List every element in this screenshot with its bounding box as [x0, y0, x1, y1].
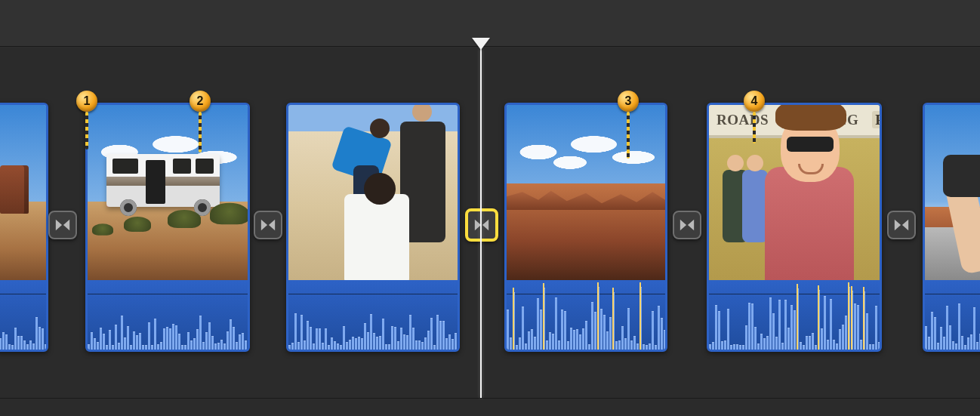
chapter-marker-stem: [753, 112, 756, 143]
video-clip[interactable]: [85, 103, 250, 352]
clip-audio-waveform[interactable]: [507, 280, 665, 350]
chapter-marker-stem: [199, 112, 202, 153]
transition-icon: [54, 217, 71, 233]
clip-thumbnail: [925, 105, 980, 280]
chapter-marker[interactable]: 4: [744, 91, 765, 112]
chapter-marker[interactable]: 1: [76, 91, 97, 112]
transition-icon: [473, 217, 490, 233]
transition-button[interactable]: [254, 211, 282, 239]
chapter-marker-label: 4: [744, 91, 765, 112]
clip-thumbnail: [288, 105, 458, 280]
video-clip[interactable]: [923, 103, 980, 352]
chapter-marker-stem: [627, 112, 630, 159]
video-clip[interactable]: [0, 103, 48, 352]
video-clip[interactable]: [504, 103, 667, 352]
transition-button[interactable]: [887, 211, 916, 239]
clip-thumbnail: [88, 105, 248, 280]
chapter-marker-label: 1: [76, 91, 97, 112]
transition-button[interactable]: [673, 211, 701, 239]
clip-audio-waveform[interactable]: [88, 280, 248, 350]
timeline-stage: ROADSTRADINGPOST 1 2 3 4: [0, 0, 980, 416]
clip-audio-waveform[interactable]: [0, 280, 46, 350]
chapter-marker-label: 3: [618, 91, 639, 112]
bottom-strip: [0, 398, 980, 416]
transition-button-selected[interactable]: [465, 208, 498, 242]
chapter-marker-stem: [85, 112, 88, 149]
video-clip[interactable]: [286, 103, 460, 352]
chapter-marker-label: 2: [190, 91, 211, 112]
clip-thumbnail: [507, 105, 665, 280]
transition-icon: [260, 217, 276, 233]
video-track[interactable]: ROADSTRADINGPOST 1 2 3 4: [0, 48, 980, 398]
clip-audio-waveform[interactable]: [925, 280, 980, 350]
transition-icon: [893, 217, 910, 233]
video-clip[interactable]: ROADSTRADINGPOST: [707, 103, 882, 352]
transition-button[interactable]: [48, 211, 77, 239]
toolbar-strip: [0, 0, 980, 47]
clip-thumbnail: [0, 105, 46, 280]
chapter-marker[interactable]: 3: [618, 91, 639, 112]
clip-thumbnail: ROADSTRADINGPOST: [709, 105, 880, 280]
clip-audio-waveform[interactable]: [709, 280, 880, 350]
chapter-marker[interactable]: 2: [190, 91, 211, 112]
clip-audio-waveform[interactable]: [288, 280, 458, 350]
transition-icon: [679, 217, 695, 233]
